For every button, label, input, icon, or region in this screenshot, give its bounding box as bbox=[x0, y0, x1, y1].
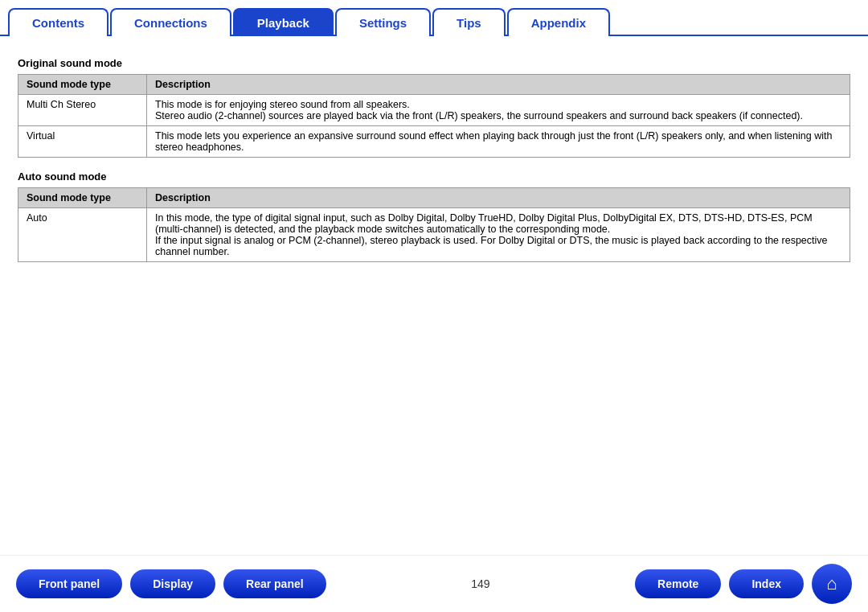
tab-playback[interactable]: Playback bbox=[233, 8, 334, 36]
table-row: Auto In this mode, the type of digital s… bbox=[18, 208, 850, 262]
auto-sound-mode-table: Sound mode type Description Auto In this… bbox=[18, 187, 850, 262]
auto-row1-type: Auto bbox=[18, 208, 147, 262]
main-content: Original sound mode Sound mode type Desc… bbox=[0, 36, 868, 555]
display-button[interactable]: Display bbox=[130, 569, 215, 598]
bottom-nav-left: Front panel Display Rear panel bbox=[16, 569, 326, 598]
original-row1-desc: This mode is for enjoying stereo sound f… bbox=[147, 95, 850, 126]
auto-row1-desc: In this mode, the type of digital signal… bbox=[147, 208, 850, 262]
original-sound-mode-table: Sound mode type Description Multi Ch Ste… bbox=[18, 74, 850, 158]
table-row: Virtual This mode lets you experience an… bbox=[18, 126, 850, 158]
bottom-nav: Front panel Display Rear panel 149 Remot… bbox=[0, 555, 868, 612]
auto-sound-mode-title: Auto sound mode bbox=[18, 170, 850, 183]
tab-tips[interactable]: Tips bbox=[432, 8, 506, 36]
table-row: Multi Ch Stereo This mode is for enjoyin… bbox=[18, 95, 850, 126]
tab-appendix[interactable]: Appendix bbox=[507, 8, 610, 36]
original-row1-type: Multi Ch Stereo bbox=[18, 95, 147, 126]
tab-connections[interactable]: Connections bbox=[110, 8, 231, 36]
home-button[interactable]: ⌂ bbox=[812, 564, 852, 604]
original-col-desc: Description bbox=[147, 75, 850, 95]
front-panel-button[interactable]: Front panel bbox=[16, 569, 122, 598]
original-row2-desc: This mode lets you experience an expansi… bbox=[147, 126, 850, 158]
home-icon: ⌂ bbox=[826, 573, 837, 594]
bottom-nav-right: Remote Index ⌂ bbox=[635, 564, 852, 604]
tab-contents[interactable]: Contents bbox=[8, 8, 108, 36]
tab-settings[interactable]: Settings bbox=[335, 8, 431, 36]
auto-col-type: Sound mode type bbox=[18, 188, 147, 208]
top-nav: Contents Connections Playback Settings T… bbox=[0, 0, 868, 36]
auto-col-desc: Description bbox=[147, 188, 850, 208]
index-button[interactable]: Index bbox=[729, 569, 804, 598]
original-sound-mode-title: Original sound mode bbox=[18, 57, 850, 69]
rear-panel-button[interactable]: Rear panel bbox=[223, 569, 326, 598]
remote-button[interactable]: Remote bbox=[635, 569, 721, 598]
original-row2-type: Virtual bbox=[18, 126, 147, 158]
original-col-type: Sound mode type bbox=[18, 75, 147, 95]
page-number: 149 bbox=[471, 577, 489, 590]
